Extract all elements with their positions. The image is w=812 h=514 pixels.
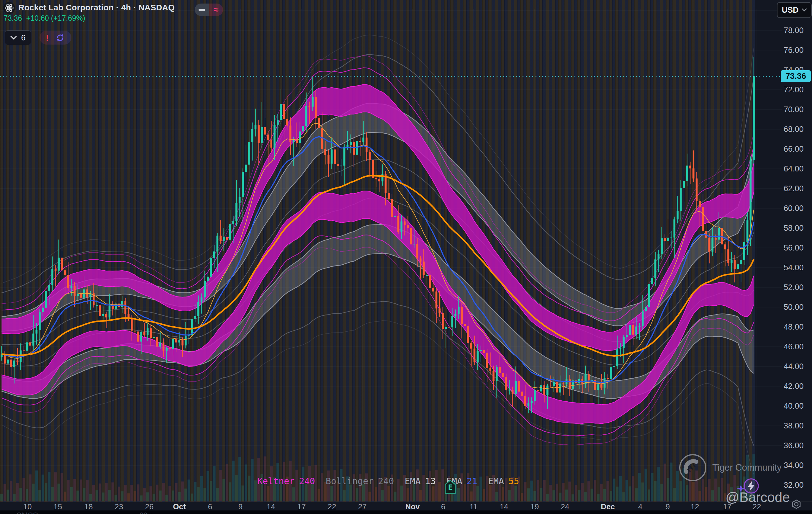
time-tick: 6	[208, 502, 212, 511]
refresh-icon[interactable]	[55, 33, 65, 43]
cutoff-watchlist-row: QMCO30m	[0, 511, 812, 514]
price-change: +10.60 (+17.69%)	[26, 14, 85, 22]
legend-item: 13	[425, 476, 436, 486]
price-tick: 36.00	[784, 441, 804, 450]
time-tick: 27	[358, 502, 367, 511]
time-tick: Dec	[601, 502, 615, 511]
price-tick: 70.00	[784, 105, 804, 114]
indicator-legend[interactable]: Keltner240Bollinger240EMA13EMA21EMA55	[257, 476, 519, 486]
legend-item: EMA	[488, 476, 504, 486]
price-tick: 46.00	[784, 342, 804, 351]
price-tick: 66.00	[784, 145, 804, 154]
alert-icon[interactable]: !	[46, 33, 49, 42]
chevron-down-icon	[10, 36, 17, 40]
bar-count-dropdown[interactable]: 6	[5, 30, 31, 45]
price-change-row: 73.36 +10.60 (+17.69%)	[3, 14, 85, 22]
time-tick: 15	[54, 502, 62, 511]
time-tick: 9	[238, 502, 242, 511]
time-tick: 9	[666, 502, 670, 511]
tiger-logo-icon	[678, 454, 707, 482]
price-tick: 48.00	[784, 322, 804, 332]
time-tick: 19	[530, 502, 539, 511]
price-tick: 58.00	[784, 224, 804, 233]
bar-count-value: 6	[21, 33, 25, 42]
legend-item: 240	[378, 476, 394, 486]
price-tick: 42.00	[784, 382, 804, 391]
time-tick: 11	[470, 502, 478, 511]
cutoff-text: 30m	[140, 511, 153, 514]
approx-equal-icon[interactable]: ≈	[209, 3, 223, 16]
time-tick: 22	[328, 502, 337, 511]
chevron-down-icon	[802, 8, 807, 12]
time-tick: 24	[561, 502, 570, 511]
price-tick: 54.00	[784, 263, 804, 272]
legend-item: EMA	[405, 476, 420, 486]
currency-label: USD	[782, 6, 799, 15]
time-tick: 6	[441, 502, 445, 511]
legend-item: Keltner	[257, 476, 294, 486]
legend-item: Bollinger	[326, 476, 374, 486]
time-tick: Nov	[405, 502, 419, 511]
time-tick: 18	[84, 502, 93, 511]
cutoff-text: QMCO	[16, 511, 38, 514]
time-tick: 17	[297, 502, 306, 511]
price-tick: 72.00	[784, 85, 804, 94]
price-tick: 50.00	[784, 303, 804, 312]
time-axis[interactable]: 1015182326Oct6914172227Nov611141924Dec49…	[0, 502, 812, 511]
time-tick: 14	[500, 502, 509, 511]
current-price-badge: 73.36	[781, 70, 811, 82]
atom-icon	[3, 2, 16, 14]
time-tick: 14	[267, 502, 275, 511]
price-tick: 34.00	[784, 461, 804, 470]
community-watermark-text: Tiger Community	[712, 462, 782, 473]
price-tick: 62.00	[784, 184, 804, 193]
legend-item: 21	[467, 476, 477, 486]
price-tick: 40.00	[784, 402, 804, 411]
time-tick: 12	[691, 502, 699, 511]
currency-selector[interactable]: USD	[777, 2, 812, 18]
time-tick: Oct	[173, 502, 185, 511]
time-tick: 23	[115, 502, 123, 511]
last-price: 73.36	[3, 14, 22, 22]
legend-item: 240	[299, 476, 315, 486]
minus-icon[interactable]	[195, 3, 209, 16]
price-tick: 68.00	[784, 125, 804, 134]
alert-refresh-pill[interactable]: !	[39, 31, 71, 45]
price-tick: 52.00	[784, 283, 804, 292]
price-chart[interactable]	[0, 0, 812, 514]
price-tick: 38.00	[784, 421, 804, 430]
time-tick: 10	[23, 502, 32, 511]
price-tick: 78.00	[784, 26, 804, 35]
price-tick: 76.00	[784, 46, 804, 55]
author-handle: @Barcode	[726, 489, 790, 505]
earnings-marker[interactable]: E	[445, 480, 456, 494]
price-tick: 56.00	[784, 244, 804, 253]
time-tick: 26	[145, 502, 154, 511]
chart-style-toggle[interactable]: ≈	[195, 3, 223, 16]
time-tick: 4	[638, 502, 642, 511]
price-tick: 64.00	[784, 164, 804, 173]
svg-text:E: E	[448, 483, 452, 492]
legend-item: 55	[509, 476, 519, 486]
trading-chart-screen: 78.0076.0074.0072.0070.0068.0066.0064.00…	[0, 0, 812, 514]
symbol-title[interactable]: Rocket Lab Corporation · 4h · NASDAQ	[18, 3, 175, 12]
current-price-value: 73.36	[785, 72, 806, 81]
author-watermark: @Barcode	[724, 478, 810, 507]
price-tick: 60.00	[784, 204, 804, 213]
price-tick: 44.00	[784, 362, 804, 371]
